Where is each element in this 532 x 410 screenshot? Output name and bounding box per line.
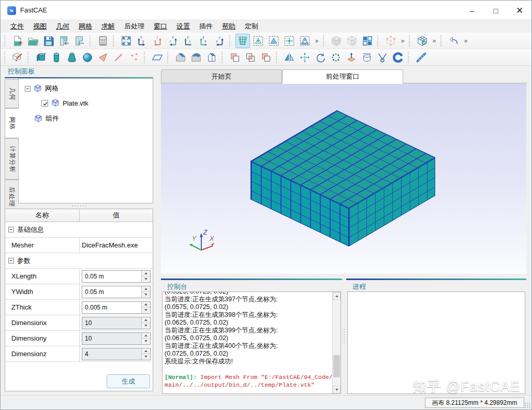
view-front-button[interactable]: zy bbox=[135, 34, 149, 48]
bool-fuse-button[interactable] bbox=[228, 50, 242, 65]
tree-item-component[interactable]: 组件 bbox=[34, 114, 59, 123]
bool-common-button[interactable] bbox=[243, 50, 258, 65]
ywidth-spinbox[interactable]: 0.05 m bbox=[82, 286, 151, 298]
toolbar-handle[interactable] bbox=[113, 35, 116, 47]
bool-cut-button[interactable] bbox=[259, 50, 273, 65]
menu-customize[interactable]: 定制 bbox=[240, 20, 263, 33]
menu-window[interactable]: 窗口 bbox=[149, 20, 172, 33]
horizontal-splitter[interactable] bbox=[5, 204, 153, 208]
component-manager-button[interactable] bbox=[360, 34, 375, 48]
scroll-thumb[interactable] bbox=[333, 355, 340, 377]
toolbar-handle[interactable] bbox=[377, 35, 381, 47]
generate-button[interactable]: 生成 bbox=[107, 374, 150, 388]
create-cylinder-button[interactable] bbox=[49, 50, 64, 65]
scroll-up-icon[interactable] bbox=[333, 292, 341, 300]
toolbar-handle[interactable] bbox=[409, 35, 412, 47]
spin-arrows[interactable] bbox=[141, 271, 150, 282]
spin-arrows[interactable] bbox=[141, 348, 150, 360]
pick-element-button[interactable] bbox=[267, 34, 281, 48]
mesh-surface-mode-button[interactable] bbox=[329, 34, 344, 48]
side-tab-geometry[interactable]: 几何 bbox=[5, 79, 18, 108]
spin-arrows[interactable] bbox=[141, 317, 150, 329]
loft-button[interactable] bbox=[391, 50, 405, 65]
tree-item-plate[interactable]: Plate.vtk bbox=[41, 99, 88, 107]
toolbar-overflow-icon[interactable]: » bbox=[313, 37, 320, 45]
tab-start-page[interactable]: 开始页 bbox=[161, 69, 282, 83]
spin-arrows[interactable] bbox=[141, 302, 150, 313]
solver-calculator-button[interactable] bbox=[96, 34, 110, 48]
create-point-button[interactable] bbox=[127, 50, 141, 65]
menu-view[interactable]: 视图 bbox=[28, 20, 51, 33]
mesh-solid-mode-button[interactable] bbox=[345, 34, 359, 48]
new-file-button[interactable] bbox=[10, 34, 25, 48]
dimensionx-spinbox[interactable]: 10 bbox=[82, 317, 151, 329]
pick-element-box-button[interactable] bbox=[298, 34, 312, 48]
console-body[interactable]: (0.0525, 0.0725, 0.02) 当前进度:正在生成第397个节点,… bbox=[162, 291, 341, 394]
pattern-button[interactable] bbox=[329, 50, 343, 65]
menu-solve[interactable]: 求解 bbox=[97, 20, 120, 33]
toolbar-handle[interactable] bbox=[276, 52, 279, 63]
menu-settings[interactable]: 设置 bbox=[172, 20, 195, 33]
chamfer-button[interactable] bbox=[173, 50, 188, 65]
mirror-button[interactable] bbox=[282, 50, 297, 65]
menu-geometry[interactable]: 几何 bbox=[51, 20, 74, 33]
pick-node-button[interactable] bbox=[251, 34, 265, 48]
menu-plugins[interactable]: 插件 bbox=[195, 20, 217, 33]
toolbar-overflow-icon[interactable]: » bbox=[399, 37, 406, 45]
fillet-button[interactable] bbox=[189, 50, 203, 65]
toolbar-handle[interactable] bbox=[408, 52, 411, 63]
shell-button[interactable] bbox=[204, 50, 219, 65]
spin-arrows[interactable] bbox=[141, 333, 150, 344]
maximize-button[interactable]: □ bbox=[484, 1, 508, 20]
menu-help[interactable]: 帮助 bbox=[217, 20, 240, 33]
render-viewport[interactable]: Y Z X bbox=[161, 83, 526, 274]
tree-item-mesh[interactable]: 网格 bbox=[25, 84, 58, 93]
minimize-button[interactable]: – bbox=[460, 1, 484, 20]
collapse-icon[interactable] bbox=[25, 86, 31, 92]
pick-mesh-button[interactable] bbox=[235, 34, 250, 48]
sketch-button[interactable] bbox=[10, 50, 25, 65]
toolbar-handle[interactable] bbox=[90, 35, 93, 47]
open-file-button[interactable] bbox=[26, 34, 40, 48]
fit-view-button[interactable] bbox=[119, 34, 134, 48]
view-back-button[interactable]: zy bbox=[150, 34, 165, 48]
spin-arrows[interactable] bbox=[141, 286, 150, 298]
toolbar-handle[interactable] bbox=[4, 52, 8, 63]
scroll-down-icon[interactable] bbox=[333, 386, 341, 393]
menu-postprocess[interactable]: 后处理 bbox=[120, 20, 149, 33]
view-bottom-button[interactable]: yx bbox=[212, 34, 227, 48]
move-button[interactable] bbox=[298, 50, 312, 65]
group-row-basic-info[interactable]: 基础信息 bbox=[5, 222, 153, 238]
save-file-button[interactable] bbox=[41, 34, 56, 48]
extrude-button[interactable] bbox=[344, 50, 359, 65]
vertical-splitter[interactable] bbox=[342, 277, 346, 395]
create-line-button[interactable] bbox=[111, 50, 126, 65]
revolve-button[interactable] bbox=[360, 50, 374, 65]
toolbar-handle[interactable] bbox=[4, 35, 8, 47]
import-mesh-button[interactable] bbox=[57, 34, 71, 48]
menu-mesh[interactable]: 网格 bbox=[74, 20, 97, 33]
view-left-button[interactable]: zx bbox=[166, 34, 180, 48]
export-geometry-button[interactable] bbox=[72, 34, 87, 48]
pick-node-box-button[interactable] bbox=[282, 34, 297, 48]
dimensionz-spinbox[interactable]: 4 bbox=[82, 348, 151, 360]
toolbar-handle[interactable] bbox=[221, 52, 225, 63]
create-cone-button[interactable] bbox=[65, 50, 79, 65]
xlength-spinbox[interactable]: 0.05 m bbox=[82, 270, 151, 283]
toolbar-handle[interactable] bbox=[229, 35, 233, 47]
resize-grip-icon[interactable] bbox=[524, 402, 530, 408]
view-top-button[interactable]: yx bbox=[197, 34, 211, 48]
toolbar-handle[interactable] bbox=[440, 35, 444, 47]
toolbar-handle[interactable] bbox=[27, 52, 31, 63]
toolbar-handle[interactable] bbox=[144, 52, 147, 63]
undo-button[interactable] bbox=[447, 34, 461, 48]
console-scrollbar[interactable] bbox=[332, 292, 341, 393]
menu-file[interactable]: 文件 bbox=[6, 20, 28, 33]
collapse-icon[interactable] bbox=[8, 227, 14, 232]
collapse-icon[interactable] bbox=[8, 258, 14, 263]
toolbar-handle[interactable] bbox=[167, 52, 171, 63]
dimensiony-spinbox[interactable]: 10 bbox=[82, 332, 151, 345]
rotate-button[interactable] bbox=[313, 50, 328, 65]
visibility-checkbox[interactable] bbox=[41, 100, 48, 107]
close-button[interactable]: ✕ bbox=[508, 1, 531, 20]
